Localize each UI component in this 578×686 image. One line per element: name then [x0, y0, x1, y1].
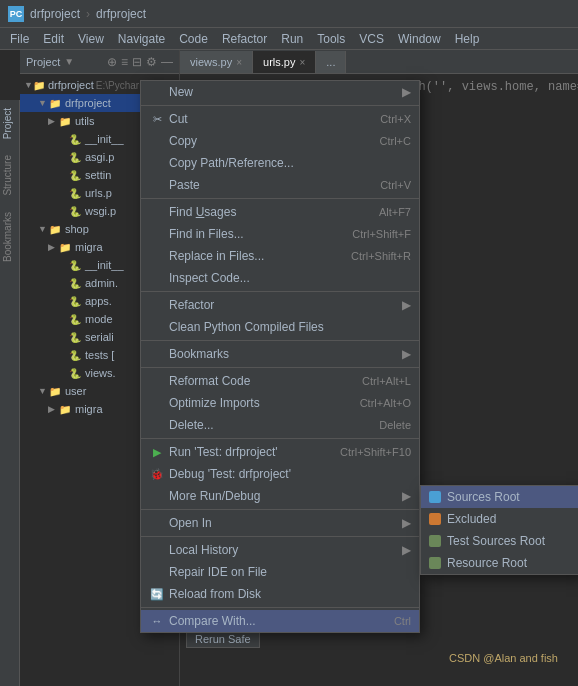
menu-code[interactable]: Code	[173, 30, 214, 48]
ctx-run-shortcut: Ctrl+Shift+F10	[340, 446, 411, 458]
ctx-find-files[interactable]: Find in Files... Ctrl+Shift+F	[141, 223, 419, 245]
ctx-cut[interactable]: ✂ Cut Ctrl+X	[141, 108, 419, 130]
ctx-refactor[interactable]: Refactor ▶	[141, 294, 419, 316]
tab-views[interactable]: views.py ×	[180, 51, 253, 73]
ctx-new[interactable]: New ▶	[141, 81, 419, 103]
ctx-copy[interactable]: Copy Ctrl+C	[141, 130, 419, 152]
folder-icon: 📁	[48, 384, 62, 398]
tree-arrow: ▼	[38, 98, 48, 108]
ctx-sep9	[141, 607, 419, 608]
tab-urls-close[interactable]: ×	[299, 57, 305, 68]
ctx-ff-shortcut: Ctrl+Shift+F	[352, 228, 411, 240]
ctx-delete[interactable]: Delete... Delete	[141, 414, 419, 436]
ctx-debug-label: Debug 'Test: drfproject'	[169, 467, 411, 481]
menu-navigate[interactable]: Navigate	[112, 30, 171, 48]
menu-window[interactable]: Window	[392, 30, 447, 48]
ctx-more-run[interactable]: More Run/Debug ▶	[141, 485, 419, 507]
ctx-replace[interactable]: Replace in Files... Ctrl+Shift+R	[141, 245, 419, 267]
ctx-opt-shortcut: Ctrl+Alt+O	[360, 397, 411, 409]
folder-icon: 📁	[58, 114, 72, 128]
sources-root-label: Sources Root	[447, 490, 520, 504]
sub-ctx-sources-root[interactable]: Sources Root	[421, 486, 578, 508]
ctx-oi-arrow: ▶	[402, 516, 411, 530]
ctx-sep1	[141, 105, 419, 106]
folder-icon: 📁	[58, 402, 72, 416]
context-menu: New ▶ ✂ Cut Ctrl+X Copy Ctrl+C Copy Path…	[140, 80, 420, 633]
excluded-label: Excluded	[447, 512, 496, 526]
ctx-reload-label: Reload from Disk	[169, 587, 411, 601]
ctx-lh-arrow: ▶	[402, 543, 411, 557]
ctx-bm-label: Bookmarks	[169, 347, 398, 361]
ctx-sep7	[141, 509, 419, 510]
panel-dropdown-icon[interactable]: ▼	[64, 56, 74, 67]
panel-icon-collapse[interactable]: ⊟	[132, 55, 142, 69]
menu-edit[interactable]: Edit	[37, 30, 70, 48]
ctx-sep6	[141, 438, 419, 439]
tree-label-wsgi: wsgi.p	[85, 205, 116, 217]
py-icon: 🐍	[68, 330, 82, 344]
ctx-reload-icon: 🔄	[149, 588, 165, 601]
menu-file[interactable]: File	[4, 30, 35, 48]
ctx-debug[interactable]: 🐞 Debug 'Test: drfproject'	[141, 463, 419, 485]
app-logo: PC	[8, 6, 24, 22]
panel-title: Project	[26, 56, 60, 68]
test-sources-icon	[429, 535, 441, 547]
ctx-bookmarks[interactable]: Bookmarks ▶	[141, 343, 419, 365]
ctx-local-history[interactable]: Local History ▶	[141, 539, 419, 561]
vtab-project[interactable]: Project	[0, 100, 19, 147]
ctx-opt-label: Optimize Imports	[169, 396, 360, 410]
vtab-bookmarks[interactable]: Bookmarks	[0, 204, 19, 270]
ctx-reload[interactable]: 🔄 Reload from Disk	[141, 583, 419, 605]
ctx-replace-label: Replace in Files...	[169, 249, 351, 263]
tab-more[interactable]: ...	[316, 51, 346, 73]
vtab-structure[interactable]: Structure	[0, 147, 19, 204]
test-sources-label: Test Sources Root	[447, 534, 545, 548]
py-icon: 🐍	[68, 294, 82, 308]
menu-tools[interactable]: Tools	[311, 30, 351, 48]
tab-urls[interactable]: urls.py ×	[253, 51, 316, 73]
ctx-clean-label: Clean Python Compiled Files	[169, 320, 411, 334]
watermark: CSDN @Alan and fish	[449, 652, 558, 664]
ctx-inspect[interactable]: Inspect Code...	[141, 267, 419, 289]
ctx-optimize[interactable]: Optimize Imports Ctrl+Alt+O	[141, 392, 419, 414]
menu-vcs[interactable]: VCS	[353, 30, 390, 48]
sub-ctx-test-sources[interactable]: Test Sources Root	[421, 530, 578, 552]
tab-views-label: views.py	[190, 56, 232, 68]
ctx-reformat[interactable]: Reformat Code Ctrl+Alt+L	[141, 370, 419, 392]
panel-icon-locate[interactable]: ⊕	[107, 55, 117, 69]
panel-header: Project ▼ ⊕ ≡ ⊟ ⚙ —	[20, 50, 179, 74]
panel-icon-expand[interactable]: ≡	[121, 55, 128, 69]
ctx-copy-path[interactable]: Copy Path/Reference...	[141, 152, 419, 174]
tree-label-asgi: asgi.p	[85, 151, 114, 163]
ctx-paste-label: Paste	[169, 178, 380, 192]
panel-icon-minimize[interactable]: —	[161, 55, 173, 69]
tree-label-serial: seriali	[85, 331, 114, 343]
ctx-copy-shortcut: Ctrl+C	[380, 135, 411, 147]
ctx-paste[interactable]: Paste Ctrl+V	[141, 174, 419, 196]
ctx-fu-shortcut: Alt+F7	[379, 206, 411, 218]
ctx-mr-arrow: ▶	[402, 489, 411, 503]
ctx-run-label: Run 'Test: drfproject'	[169, 445, 340, 459]
panel-icon-settings[interactable]: ⚙	[146, 55, 157, 69]
resource-root-label: Resource Root	[447, 556, 527, 570]
ctx-run[interactable]: ▶ Run 'Test: drfproject' Ctrl+Shift+F10	[141, 441, 419, 463]
ctx-compare[interactable]: ↔ Compare With... Ctrl	[141, 610, 419, 632]
ctx-repair-ide[interactable]: Repair IDE on File	[141, 561, 419, 583]
tree-label-views: views.	[85, 367, 116, 379]
menu-run[interactable]: Run	[275, 30, 309, 48]
sub-ctx-resource-root[interactable]: Resource Root	[421, 552, 578, 574]
tree-label-utils: utils	[75, 115, 95, 127]
ctx-oi-label: Open In	[169, 516, 398, 530]
tree-label-user: user	[65, 385, 86, 397]
ctx-open-in[interactable]: Open In ▶	[141, 512, 419, 534]
tab-views-close[interactable]: ×	[236, 57, 242, 68]
tree-arrow: ▶	[48, 116, 58, 126]
tree-label-init1: __init__	[85, 133, 124, 145]
ctx-clean[interactable]: Clean Python Compiled Files	[141, 316, 419, 338]
menu-view[interactable]: View	[72, 30, 110, 48]
sub-ctx-excluded[interactable]: Excluded	[421, 508, 578, 530]
tree-label-drfproject: drfproject	[65, 97, 111, 109]
menu-refactor[interactable]: Refactor	[216, 30, 273, 48]
menu-help[interactable]: Help	[449, 30, 486, 48]
ctx-find-usages[interactable]: Find Usages Alt+F7	[141, 201, 419, 223]
